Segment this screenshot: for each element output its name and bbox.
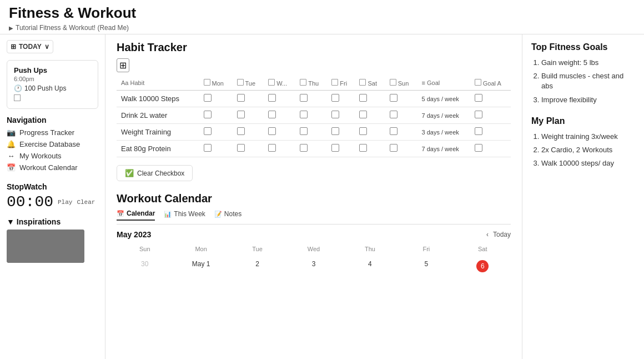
col-tue: Tue: [233, 76, 264, 91]
play-button[interactable]: Play: [58, 199, 72, 206]
col-mon: Mon: [199, 76, 233, 91]
calendar-tab-icon: 📅: [117, 210, 124, 217]
my-workouts-icon: ↔: [7, 152, 16, 160]
tab-calendar[interactable]: 📅 Calendar: [117, 210, 155, 221]
calendar-date[interactable]: 4: [342, 257, 398, 276]
clear-checkbox-icon: ✅: [125, 169, 134, 177]
calendar-nav: ‹ Today: [486, 231, 511, 238]
day-thu: Thu: [342, 243, 398, 255]
tue-check-2[interactable]: [233, 124, 264, 141]
tue-check-3[interactable]: [233, 141, 264, 157]
inspirations-toggle[interactable]: ▼ Inspirations: [7, 217, 98, 226]
habit-name: Drink 2L water: [117, 107, 199, 124]
sat-check-1[interactable]: [355, 107, 385, 124]
nav-item-exercise-database[interactable]: 🔔 Exercise Database: [7, 138, 98, 150]
col-sun: Sun: [385, 76, 417, 91]
sun-check-2[interactable]: [385, 124, 417, 141]
day-fri: Fri: [398, 243, 454, 255]
calendar-date[interactable]: 2: [229, 257, 285, 276]
subtitle-text[interactable]: Tutorial Fitness & Workout! (Read Me): [16, 24, 129, 32]
sun-check-3[interactable]: [385, 141, 417, 157]
clear-checkbox-button[interactable]: ✅ Clear Checkbox: [117, 165, 193, 181]
tue-check-0[interactable]: [233, 91, 264, 107]
pushups-widget: Push Ups 6:00pm 🕐 100 Push Ups: [7, 60, 98, 109]
habit-table: Aa Habit Mon Tue W... Thu Fri Sat Sun ≡ …: [117, 76, 511, 157]
goal-a-check-0[interactable]: [470, 91, 511, 107]
stopwatch-time-text: 00:00: [7, 193, 53, 211]
sat-check-0[interactable]: [355, 91, 385, 107]
sat-check-3[interactable]: [355, 141, 385, 157]
goal-a-check-3[interactable]: [470, 141, 511, 157]
my-plan-title: My Plan: [531, 116, 635, 126]
habit-tracker-icon-row: ⊞: [117, 58, 511, 72]
wed-check-1[interactable]: [264, 107, 295, 124]
widget-detail: 🕐 100 Push Ups: [14, 84, 91, 92]
calendar-days-header: Sun Mon Tue Wed Thu Fri Sat: [117, 243, 511, 255]
calendar-date[interactable]: 3: [285, 257, 341, 276]
nav-item-workout-calendar[interactable]: 📅 Workout Calendar: [7, 162, 98, 173]
my-plan-list: Weight training 3x/week 2x Cardio, 2 Wor…: [531, 132, 635, 169]
tab-this-week[interactable]: 📊 This Week: [164, 210, 205, 221]
thu-check-3[interactable]: [295, 141, 327, 157]
inspirations-section: ▼ Inspirations: [7, 217, 98, 263]
widget-checkbox[interactable]: [14, 94, 21, 101]
col-sat: Sat: [355, 76, 385, 91]
sat-check-2[interactable]: [355, 124, 385, 141]
calendar-date-today[interactable]: 6: [455, 257, 511, 276]
calendar-month: May 2023: [117, 230, 151, 239]
sidebar: ⊞ TODAY ∨ Push Ups 6:00pm 🕐 100 Push Ups…: [0, 34, 105, 359]
fri-check-2[interactable]: [327, 124, 355, 141]
calendar-date[interactable]: 5: [398, 257, 454, 276]
table-row: Drink 2L water 7 days / week: [117, 107, 511, 124]
stopwatch-section: StopWatch 00:00 Play Clear: [7, 182, 98, 211]
tue-check-1[interactable]: [233, 107, 264, 124]
inspirations-image: [7, 230, 84, 263]
thu-check-1[interactable]: [295, 107, 327, 124]
calendar-tabs: 📅 Calendar 📊 This Week 📝 Notes: [117, 210, 511, 225]
mon-check-1[interactable]: [199, 107, 233, 124]
table-row: Weight Training 3 days / week: [117, 124, 511, 141]
fitness-goals-list: Gain weight: 5 lbs Build muscles - chest…: [531, 58, 635, 105]
wed-check-2[interactable]: [264, 124, 295, 141]
exercise-database-icon: 🔔: [7, 140, 16, 148]
calendar-prev-icon[interactable]: ‹: [486, 231, 489, 238]
today-badge[interactable]: ⊞ TODAY ∨: [7, 40, 53, 53]
table-grid-icon: ⊞: [117, 58, 129, 72]
mon-check-3[interactable]: [199, 141, 233, 157]
calendar-date[interactable]: 30: [117, 257, 173, 276]
workout-calendar-title: Workout Calendar: [117, 192, 511, 205]
thu-check-2[interactable]: [295, 124, 327, 141]
list-item: Gain weight: 5 lbs: [541, 58, 635, 68]
sun-check-1[interactable]: [385, 107, 417, 124]
calendar-today-button[interactable]: Today: [493, 231, 511, 238]
mon-check-2[interactable]: [199, 124, 233, 141]
tab-notes[interactable]: 📝 Notes: [214, 210, 242, 221]
goal-a-check-1[interactable]: [470, 107, 511, 124]
today-label: TODAY: [19, 43, 42, 51]
fri-check-1[interactable]: [327, 107, 355, 124]
inspirations-label-text: Inspirations: [17, 217, 61, 226]
thu-check-0[interactable]: [295, 91, 327, 107]
calendar-date[interactable]: May 1: [173, 257, 229, 276]
notes-tab-icon: 📝: [214, 211, 222, 218]
col-wed: W...: [264, 76, 295, 91]
habit-name: Weight Training: [117, 124, 199, 141]
nav-label-workout-calendar: Workout Calendar: [19, 163, 78, 172]
sun-check-0[interactable]: [385, 91, 417, 107]
fri-check-0[interactable]: [327, 91, 355, 107]
col-fri: Fri: [327, 76, 355, 91]
nav-item-progress-tracker[interactable]: 📷 Progress Tracker: [7, 127, 98, 138]
clear-button[interactable]: Clear: [77, 199, 95, 206]
wed-check-3[interactable]: [264, 141, 295, 157]
fri-check-3[interactable]: [327, 141, 355, 157]
wed-check-0[interactable]: [264, 91, 295, 107]
fitness-goals-title: Top Fitness Goals: [531, 42, 635, 52]
clear-checkbox-label: Clear Checkbox: [137, 169, 184, 177]
app-header: Fitness & Workout ▶ Tutorial Fitness & W…: [0, 0, 644, 34]
goal-3: 7 days / week: [417, 141, 470, 157]
nav-item-my-workouts[interactable]: ↔ My Workouts: [7, 150, 98, 162]
progress-tracker-icon: 📷: [7, 128, 16, 137]
goal-a-check-2[interactable]: [470, 124, 511, 141]
calendar-tab-label: Calendar: [127, 210, 155, 217]
mon-check-0[interactable]: [199, 91, 233, 107]
